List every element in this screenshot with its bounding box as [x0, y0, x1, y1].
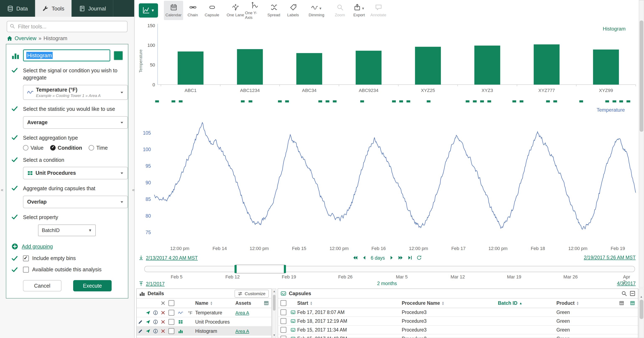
trend-legend[interactable]: Temperature [596, 107, 625, 113]
magnifier-icon[interactable] [621, 290, 627, 296]
row-checkbox[interactable] [168, 319, 174, 324]
property-select[interactable]: BatchID ▼ [38, 224, 96, 236]
bar-xyz99[interactable] [593, 50, 619, 85]
investigate-range-track[interactable] [144, 266, 635, 272]
details-row-histogram[interactable]: HistogramArea A [137, 326, 271, 336]
toolbar-button-labels[interactable]: Labels [284, 1, 303, 20]
histogram-legend[interactable]: Histogram [603, 26, 626, 32]
investigate-range-selection[interactable] [235, 265, 285, 274]
scroll-up-arrow[interactable]: ▲ [639, 295, 644, 299]
display-range-end[interactable]: 2/19/2017 5:26 AM MST [584, 255, 636, 260]
edit-icon[interactable] [138, 319, 143, 324]
capsule-checkbox[interactable] [280, 318, 286, 324]
display-range-start[interactable]: 2/13/2017 4:20 AM MST [146, 255, 198, 260]
execute-button[interactable]: Execute [73, 280, 112, 292]
selection-left-handle[interactable] [234, 265, 236, 273]
toolbar-button-capsule[interactable]: Capsule [202, 1, 222, 20]
procedure-name-column-header[interactable]: Procedure Name ▲▼ [402, 300, 498, 306]
toolbar-button-export[interactable]: ▼Export [350, 1, 369, 20]
capsule-checkbox[interactable] [280, 309, 286, 315]
capsule-mark[interactable] [512, 100, 516, 102]
capsule-row-2[interactable]: Feb 15, 2017 11:34 AMProcedure3Green [278, 326, 638, 334]
arrow-up-icon[interactable] [138, 281, 144, 286]
capsule-mark[interactable] [399, 100, 403, 102]
info-icon[interactable] [153, 328, 158, 334]
tab-journal[interactable]: Journal [72, 0, 114, 17]
capsule-mark[interactable] [553, 100, 557, 102]
toolbar-button-calendar[interactable]: Calendar [164, 1, 183, 20]
toolbar-button-annotate[interactable]: Annotate [369, 1, 388, 20]
radio-value[interactable]: Value [23, 145, 44, 151]
asset-link[interactable]: Area A [235, 310, 249, 315]
remove-icon[interactable] [160, 310, 166, 315]
capsule-mark[interactable] [406, 100, 410, 102]
capsule-checkbox[interactable] [280, 327, 286, 333]
info-icon[interactable] [153, 310, 158, 315]
radio-time[interactable]: Time [89, 145, 108, 151]
investigate-range-duration[interactable]: 2 months [377, 281, 397, 286]
filter-tools-input[interactable] [7, 21, 128, 32]
tab-data[interactable]: Data [0, 0, 35, 17]
capsule-mark[interactable] [278, 100, 282, 102]
breadcrumb-overview[interactable]: Overview [15, 36, 36, 42]
capsule-mark[interactable] [466, 100, 470, 102]
add-column-green-icon[interactable] [630, 300, 635, 306]
capsule-row-3[interactable]: Feb 15, 2017 11:43 PMProcedure3Green [278, 334, 638, 338]
add-grouping-link[interactable]: Add grouping [22, 244, 53, 249]
row-checkbox[interactable] [168, 310, 174, 316]
capsule-mark[interactable] [318, 100, 322, 102]
row-checkbox[interactable] [168, 328, 174, 334]
bar-abc1234[interactable] [237, 49, 263, 85]
step-back-double-icon[interactable] [352, 255, 358, 260]
capsule-mark[interactable] [155, 100, 159, 102]
bar-xyz25[interactable] [415, 47, 441, 85]
capsule-mark[interactable] [580, 100, 583, 102]
remove-icon[interactable] [160, 328, 166, 334]
capsule-mark[interactable] [248, 100, 252, 102]
bar-xyz777[interactable] [534, 44, 560, 84]
capsule-mark[interactable] [285, 100, 289, 102]
refresh-icon[interactable] [416, 255, 422, 260]
scrollbar-thumb[interactable] [273, 295, 276, 310]
send-to-trend-icon[interactable] [146, 319, 150, 324]
details-row-temperature[interactable]: °FTemperatureArea A [137, 308, 271, 317]
scrollbar-thumb[interactable] [640, 300, 643, 319]
scroll-up-arrow[interactable]: ▲ [272, 289, 276, 294]
assets-column-header[interactable]: Assets [235, 300, 261, 306]
name-column-header[interactable]: Name ▲▼ [195, 300, 235, 306]
step-back-icon[interactable] [362, 255, 367, 260]
remove-icon[interactable] [160, 319, 166, 324]
capsule-mark[interactable] [360, 100, 364, 102]
statistic-dropdown[interactable]: Average [23, 116, 128, 128]
capsule-checkbox[interactable] [280, 336, 286, 338]
capsule-mark[interactable] [179, 100, 182, 102]
details-row-unit-procedures[interactable]: Unit Procedures [137, 317, 271, 326]
include-empty-bins-checkbox[interactable] [23, 256, 29, 261]
batch-id-column-header[interactable]: Batch ID ▲ [498, 300, 556, 306]
temperature-line[interactable] [154, 122, 636, 229]
customize-button[interactable]: Customize [235, 290, 269, 298]
condition-dropdown[interactable]: Unit Procedures [23, 167, 128, 180]
investigate-range-end[interactable]: 4/3/2017 [617, 281, 636, 286]
radio-condition[interactable]: Condition [50, 145, 82, 151]
capsule-mark[interactable] [488, 100, 491, 102]
product-column-header[interactable]: Product ▲▼ [556, 300, 616, 306]
capsule-row-0[interactable]: Feb 17, 2017 8:07 AMProcedure3Green [278, 308, 638, 317]
scroll-down-arrow[interactable]: ▼ [272, 333, 276, 337]
capsule-mark[interactable] [480, 100, 484, 102]
select-all-checkbox[interactable] [168, 300, 174, 306]
tool-name-input[interactable]: Histogram [23, 49, 110, 62]
details-scrollbar[interactable]: ▲ ▼ [272, 288, 276, 338]
tab-tools[interactable]: Tools [35, 0, 72, 17]
select-all-capsules-checkbox[interactable] [280, 300, 286, 306]
collapse-sidebar-handle[interactable]: « [131, 187, 136, 192]
page-scrollbar[interactable] [638, 0, 644, 288]
capsule-mark[interactable] [605, 100, 609, 102]
bar-abc1[interactable] [178, 52, 204, 84]
scrollbar-thumb[interactable] [640, 20, 643, 132]
capsule-mark[interactable] [333, 100, 336, 102]
investigate-range-start[interactable]: 2/1/2017 [146, 281, 165, 286]
toolbar-button-zoom[interactable]: Zoom [330, 1, 350, 20]
edit-icon[interactable] [138, 328, 143, 334]
send-to-trend-icon[interactable] [146, 328, 150, 334]
